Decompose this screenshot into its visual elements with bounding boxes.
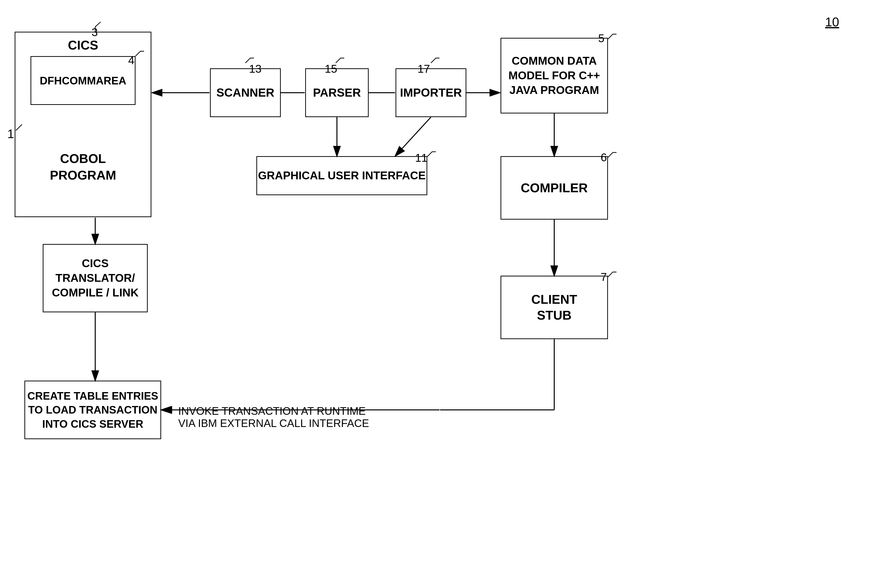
svg-line-5 [395, 117, 431, 156]
arrows-svg [0, 0, 888, 588]
diagram: 10 CICS 3 DFHCOMMAREA 4 COBOLPROGRAM 1 S… [0, 0, 888, 588]
